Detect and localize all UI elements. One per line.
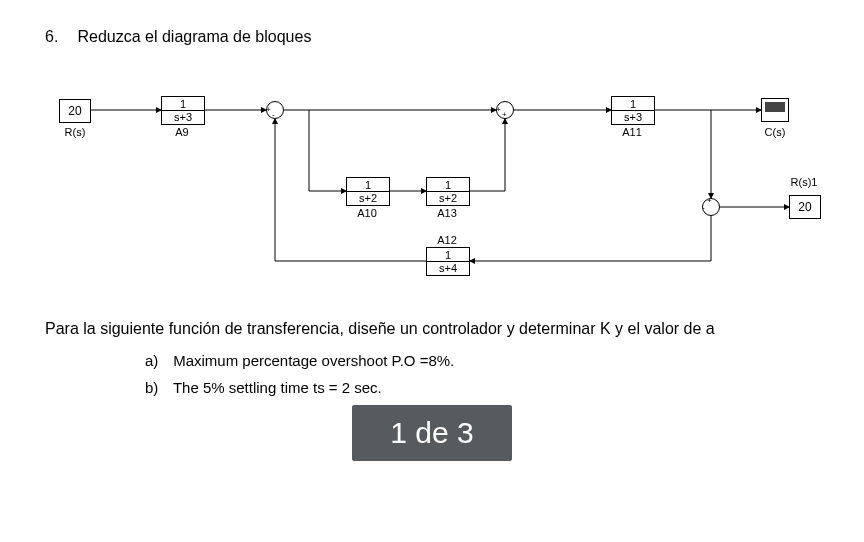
a9-label: A9 (161, 126, 203, 138)
a11-label: A11 (611, 126, 653, 138)
block-a12: 1 s+4 (426, 247, 470, 276)
sub-b-letter: b) (145, 379, 169, 396)
a11-num: 1 (612, 97, 654, 111)
paragraph: Para la siguiente función de transferenc… (45, 320, 819, 338)
page-indicator-overlay: 1 de 3 (352, 405, 512, 461)
subquestion-list: a) Maximum percentage overshoot P.O =8%.… (145, 352, 819, 396)
subquestion-a: a) Maximum percentage overshoot P.O =8%. (145, 352, 819, 369)
scope-label: C(s) (757, 126, 793, 138)
a11-den: s+3 (612, 111, 654, 124)
a13-label: A13 (426, 207, 468, 219)
sum-junction-3 (702, 198, 720, 216)
a10-num: 1 (347, 178, 389, 192)
block-a9: 1 s+3 (161, 96, 205, 125)
question-heading: 6. Reduzca el diagrama de bloques (45, 28, 819, 46)
a12-num: 1 (427, 248, 469, 262)
a13-den: s+2 (427, 192, 469, 205)
a10-den: s+2 (347, 192, 389, 205)
input-value: 20 (68, 104, 81, 118)
input-label: R(s) (55, 126, 95, 138)
question-number: 6. (45, 28, 73, 46)
a10-label: A10 (346, 207, 388, 219)
sum-junction-1 (266, 101, 284, 119)
a13-num: 1 (427, 178, 469, 192)
subquestion-b: b) The 5% settling time ts = 2 sec. (145, 379, 819, 396)
input-block: 20 (59, 99, 91, 123)
output2-label: R(s)1 (781, 176, 827, 188)
a12-den: s+4 (427, 262, 469, 275)
block-a10: 1 s+2 (346, 177, 390, 206)
sub-a-letter: a) (145, 352, 169, 369)
sum-junction-2 (496, 101, 514, 119)
a9-den: s+3 (162, 111, 204, 124)
sub-a-text: Maximum percentage overshoot P.O =8%. (173, 352, 454, 369)
block-diagram: 20 R(s) 1 s+3 A9 1 s+2 A10 1 s+2 A13 1 s… (51, 76, 819, 316)
sub-b-text: The 5% settling time ts = 2 sec. (173, 379, 382, 396)
block-a13: 1 s+2 (426, 177, 470, 206)
output2-value: 20 (798, 200, 811, 214)
block-a11: 1 s+3 (611, 96, 655, 125)
question-text: Reduzca el diagrama de bloques (77, 28, 311, 45)
a9-num: 1 (162, 97, 204, 111)
a12-label: A12 (426, 234, 468, 246)
output2-block: 20 (789, 195, 821, 219)
scope-block (761, 98, 789, 122)
